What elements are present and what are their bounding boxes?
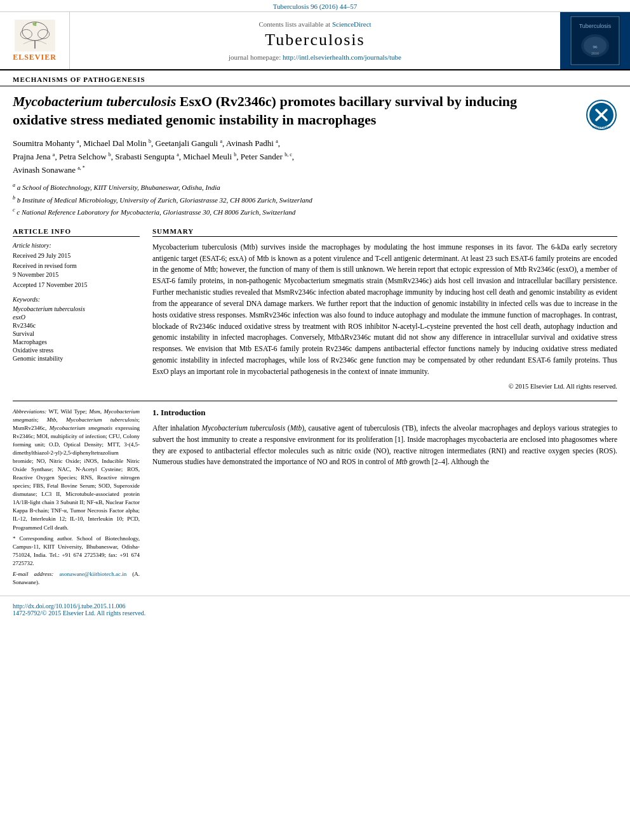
elsevier-wordmark: ELSEVIER <box>13 53 57 62</box>
journal-header: 🌿 ELSEVIER Contents lists available at S… <box>0 12 630 70</box>
authors-line2: Prajna Jena a, Petra Selchow b, Srabasti… <box>13 150 617 164</box>
page: Tuberculosis 96 (2016) 44–57 🌿 ELSEVIER <box>0 0 630 840</box>
keyword-6: Oxidative stress <box>13 347 140 354</box>
authors-area: Soumitra Mohanty a, Michael Dal Molin b,… <box>0 131 630 177</box>
received-date: Received 29 July 2015 <box>13 251 140 260</box>
introduction-text: After inhalation Mycobacterium tuberculo… <box>152 423 617 468</box>
article-title: Mycobacterium tuberculosis EsxO (Rv2346c… <box>13 93 573 129</box>
authors-line3: Avinash Sonawane a, * <box>13 164 617 177</box>
sciencedirect-link[interactable]: ScienceDirect <box>332 20 372 28</box>
email-address: E-mail address: asonawane@kiitbiotech.ac… <box>13 570 140 587</box>
cover-art-svg: Tuberculosis 96 2016 <box>570 15 620 66</box>
journal-homepage: journal homepage: http://intl.elsevierhe… <box>229 53 401 61</box>
article-title-italic: Mycobacterium tuberculosis <box>13 93 176 109</box>
svg-text:2016: 2016 <box>591 51 599 55</box>
received-revised-date: Received in revised form9 November 2015 <box>13 262 140 279</box>
keyword-4: Survival <box>13 330 140 337</box>
affiliation-a: a a School of Biotechnology, KIIT Univer… <box>13 182 617 192</box>
keyword-5: Macrophages <box>13 338 140 345</box>
issn-text: 1472-9792/© 2015 Elsevier Ltd. All right… <box>13 610 617 617</box>
homepage-link[interactable]: http://intl.elsevierhealth.com/journals/… <box>283 53 401 61</box>
journal-title-area: Contents lists available at ScienceDirec… <box>70 12 560 69</box>
article-info-column: ARTICLE INFO Article history: Received 2… <box>13 227 140 392</box>
summary-text: Mycobacterium tuberculosis (Mtb) survive… <box>152 242 617 392</box>
footer-links: http://dx.doi.org/10.1016/j.tube.2015.11… <box>0 596 630 620</box>
author-email-link[interactable]: asonawane@kiitbiotech.ac.in <box>59 571 126 577</box>
affiliation-c: c c National Reference Laboratory for My… <box>13 206 617 217</box>
abbreviations: Abbreviations: WT, Wild Type; Msm, Mycob… <box>13 408 140 532</box>
contents-available-text: Contents lists available at ScienceDirec… <box>258 20 371 28</box>
article-history-label: Article history: <box>13 242 140 249</box>
article-info-summary-section: ARTICLE INFO Article history: Received 2… <box>0 218 630 392</box>
article-info-header: ARTICLE INFO <box>13 227 140 237</box>
citation-text: Tuberculosis 96 (2016) 44–57 <box>273 3 358 10</box>
keywords-label: Keywords: <box>13 296 140 303</box>
svg-text:CrossMark: CrossMark <box>592 125 611 129</box>
crossmark-badge[interactable]: CrossMark <box>586 99 617 131</box>
section-label: MECHANISMS OF PATHOGENESIS <box>0 70 630 86</box>
keyword-1: Mycobacterium tuberculosis <box>13 305 140 312</box>
affiliation-b: b b Institute of Medical Microbiology, U… <box>13 194 617 205</box>
authors-line1: Soumitra Mohanty a, Michael Dal Molin b,… <box>13 137 617 150</box>
introduction-column: 1. Introduction After inhalation Mycobac… <box>152 408 617 589</box>
introduction-title: 1. Introduction <box>152 408 617 418</box>
doi-anchor[interactable]: http://dx.doi.org/10.1016/j.tube.2015.11… <box>13 603 126 610</box>
keyword-3: Rv2346c <box>13 322 140 329</box>
lower-section: Abbreviations: WT, Wild Type; Msm, Mycob… <box>0 401 630 589</box>
journal-cover-image: Tuberculosis 96 2016 <box>560 12 630 69</box>
elsevier-logo-area: 🌿 ELSEVIER <box>0 12 70 69</box>
summary-column: SUMMARY Mycobacterium tuberculosis (Mtb)… <box>152 227 617 392</box>
keyword-2: esxO <box>13 314 140 321</box>
crossmark-icon: CrossMark <box>586 99 617 131</box>
corresponding-author: * Corresponding author. School of Biotec… <box>13 535 140 568</box>
affiliations-area: a a School of Biotechnology, KIIT Univer… <box>0 177 630 217</box>
accepted-date: Accepted 17 November 2015 <box>13 281 140 290</box>
svg-text:Tuberculosis: Tuberculosis <box>579 23 612 29</box>
svg-text:96: 96 <box>593 44 598 50</box>
article-title-area: Mycobacterium tuberculosis EsxO (Rv2346c… <box>0 86 630 131</box>
svg-text:🌿: 🌿 <box>32 22 37 27</box>
journal-citation: Tuberculosis 96 (2016) 44–57 <box>0 0 630 12</box>
copyright-line: © 2015 Elsevier Ltd. All rights reserved… <box>152 382 617 392</box>
elsevier-logo: 🌿 ELSEVIER <box>13 20 57 62</box>
footnotes-column: Abbreviations: WT, Wild Type; Msm, Mycob… <box>13 408 140 589</box>
summary-header: SUMMARY <box>152 227 617 237</box>
summary-paragraph: Mycobacterium tuberculosis (Mtb) survive… <box>152 242 617 378</box>
keyword-7: Genomic instability <box>13 355 140 362</box>
tb-cover-art: Tuberculosis 96 2016 <box>566 12 624 69</box>
introduction-paragraph: After inhalation Mycobacterium tuberculo… <box>152 423 617 468</box>
doi-link: http://dx.doi.org/10.1016/j.tube.2015.11… <box>13 603 617 610</box>
elsevier-tree-icon: 🌿 <box>13 20 57 51</box>
footnotes-text: Abbreviations: WT, Wild Type; Msm, Mycob… <box>13 408 140 587</box>
journal-name: Tuberculosis <box>265 30 365 50</box>
